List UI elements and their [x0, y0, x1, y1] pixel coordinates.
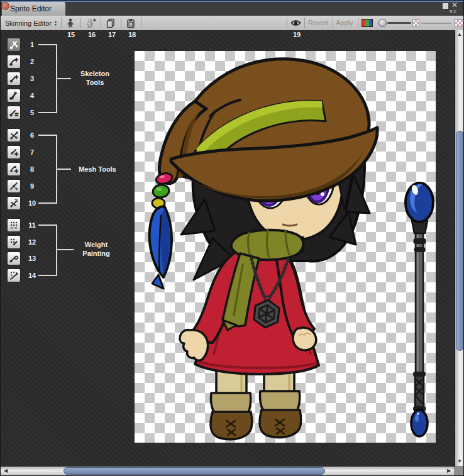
copy-icon[interactable] — [104, 18, 117, 28]
witch-hat — [159, 59, 377, 201]
scroll-right-icon[interactable]: ▶ — [445, 467, 453, 475]
zoom-slider-handle[interactable] — [378, 19, 387, 27]
mesh-tools-label: Mesh Tools — [71, 165, 124, 174]
toolbar-separator — [333, 18, 333, 28]
auto-weights-tool[interactable] — [7, 218, 21, 232]
tool-callout: 12 — [25, 235, 40, 249]
zoom-slider-track[interactable] — [387, 22, 411, 24]
toolbar-separator — [80, 18, 81, 28]
mode-dropdown[interactable]: Skinning Editor ▴▾ — [3, 17, 60, 29]
callout-15: 15 — [64, 31, 78, 38]
rgb-alpha-toggle[interactable] — [362, 19, 373, 27]
skeleton-tools-label: Skeleton Tools — [70, 69, 120, 87]
callout-16: 16 — [85, 31, 99, 38]
weight-brush-tool-icon — [9, 253, 19, 263]
record-dot-icon — [1, 2, 9, 10]
edit-bone-tool-icon — [9, 40, 19, 50]
bone-influence-tool[interactable] — [7, 268, 21, 282]
create-vertex-tool-icon — [9, 147, 19, 157]
toolbar-separator — [101, 18, 101, 28]
mip-slider-track[interactable] — [421, 23, 451, 24]
free-bone-tool-icon — [9, 74, 19, 84]
texture-chip-icon — [455, 19, 464, 26]
restore-bind-pose-icon[interactable] — [64, 18, 77, 28]
skeleton-tools-bracket-stem — [57, 78, 71, 79]
hat-beads-and-feather — [150, 172, 174, 289]
mesh-tools-bracket-stem — [57, 169, 71, 170]
tab-title: Sprite Editor — [10, 4, 52, 13]
tool-callout: 4 — [25, 89, 40, 102]
edit-bone-tool[interactable] — [7, 38, 21, 52]
scroll-up-icon[interactable]: ▲ — [455, 30, 464, 39]
tab-sprite-editor[interactable]: Sprite Editor — [2, 2, 65, 16]
weight-slider-tool-icon — [9, 237, 19, 247]
create-bone-tool-icon — [9, 57, 19, 67]
create-bone-tool[interactable] — [7, 55, 21, 69]
scroll-down-icon[interactable]: ▼ — [455, 457, 464, 466]
reparent-bone-tool[interactable] — [7, 106, 21, 119]
vertical-scrollbar[interactable]: ▲ ▼ — [455, 30, 464, 466]
scroll-left-icon[interactable]: ◀ — [1, 467, 10, 475]
chibi-witch-character-sprite — [135, 51, 436, 443]
tool-callout: 8 — [25, 162, 40, 176]
auto-geometry-tool-icon — [9, 198, 19, 208]
focus-accent-line — [1, 1, 463, 2]
tool-callout: 2 — [25, 55, 40, 69]
split-bone-tool[interactable] — [7, 89, 21, 102]
toolbar-separator — [304, 18, 305, 28]
weight-brush-tool[interactable] — [7, 252, 21, 265]
paste-icon[interactable] — [124, 18, 137, 28]
tool-callout: 13 — [25, 252, 40, 265]
visibility-icon[interactable] — [290, 18, 302, 28]
tool-callout: 9 — [25, 179, 40, 193]
edit-geometry-tool-icon — [9, 130, 19, 140]
edit-geometry-tool[interactable] — [7, 128, 21, 142]
skeleton-tools-bracket — [38, 44, 57, 113]
staff — [406, 183, 433, 436]
mesh-tools-bracket — [38, 135, 57, 204]
reparent-bone-tool-icon — [9, 108, 19, 118]
auto-geometry-tool[interactable] — [7, 196, 21, 210]
apply-button[interactable]: Apply — [336, 19, 353, 26]
close-icon[interactable]: ✕ — [451, 2, 458, 8]
toolbar: Skinning Editor ▴▾ — [1, 16, 463, 31]
create-edge-tool[interactable] — [7, 162, 21, 176]
maximize-icon[interactable] — [443, 3, 448, 9]
toolbar-separator — [287, 18, 287, 28]
split-edge-tool-icon — [9, 181, 19, 191]
mode-dropdown-label: Skinning Editor — [5, 19, 52, 27]
tool-callout: 14 — [25, 268, 40, 282]
sprite-editor-window: Sprite Editor ✕ ▾≡ Skinning Editor ▴▾ — [0, 0, 464, 476]
weight-painting-label: Weight Painting — [71, 240, 121, 258]
window-menu-icon[interactable]: ▾≡ — [450, 8, 457, 14]
auto-weights-tool-icon — [9, 220, 19, 230]
create-edge-tool-icon — [9, 164, 19, 174]
scrollbar-corner — [455, 466, 464, 475]
preview-pose-icon[interactable] — [84, 18, 97, 28]
sprite-canvas[interactable] — [135, 51, 436, 443]
split-bone-tool-icon — [9, 91, 19, 101]
toolbar-separator — [121, 18, 121, 28]
split-edge-tool[interactable] — [7, 179, 21, 193]
tool-callout: 11 — [25, 218, 40, 232]
free-bone-tool[interactable] — [7, 72, 21, 86]
tool-callout: 7 — [25, 145, 40, 159]
weight-slider-tool[interactable] — [7, 235, 21, 249]
weight-painting-bracket — [38, 224, 57, 276]
tool-callout: 1 — [25, 38, 40, 52]
toolbar-separator — [358, 18, 358, 28]
bone-influence-tool-icon — [9, 270, 19, 280]
toolbar-separator — [61, 18, 62, 28]
vertical-scrollbar-thumb[interactable] — [456, 131, 464, 351]
horizontal-scrollbar[interactable]: ◀ ▶ — [1, 466, 455, 475]
tool-callout: 5 — [25, 106, 40, 119]
dropdown-arrows-icon: ▴▾ — [55, 20, 57, 26]
revert-button[interactable]: Revert — [308, 19, 328, 26]
toolbar-separator — [141, 18, 141, 28]
tool-callout: 3 — [25, 72, 40, 86]
callout-19: 19 — [290, 31, 304, 38]
title-bar: Sprite Editor ✕ ▾≡ — [1, 1, 463, 16]
create-vertex-tool[interactable] — [7, 145, 21, 159]
texture-chip-icon — [412, 19, 419, 26]
horizontal-scrollbar-thumb[interactable] — [64, 467, 325, 475]
